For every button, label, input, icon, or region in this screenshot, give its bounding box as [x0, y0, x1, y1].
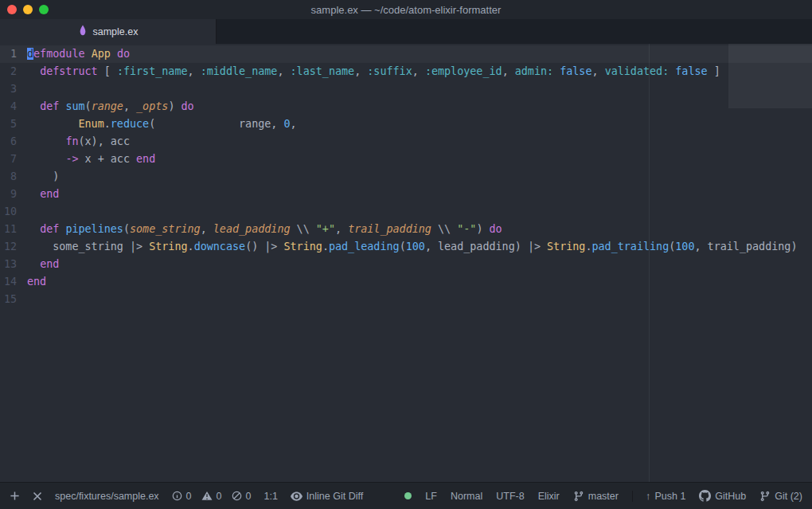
line-number[interactable]: 1: [0, 45, 17, 63]
code-text: Enum.reduce( range, 0,: [27, 116, 297, 133]
code-token: .: [585, 241, 591, 253]
code-token: :employee_id: [425, 65, 502, 77]
code-token: :suffix: [367, 65, 412, 77]
info-icon: [172, 491, 182, 501]
github-icon: [699, 490, 711, 502]
tab-bar-empty-area: [217, 19, 812, 44]
minimap-token: [741, 72, 743, 73]
minimap-token: [732, 96, 733, 97]
code-token: ,: [188, 65, 201, 77]
line-number[interactable]: 4: [0, 98, 17, 116]
atom-window: sample.ex — ~/code/atom-elixir-formatter…: [0, 0, 812, 509]
git-changes-icon: [759, 491, 771, 502]
git-panel-button[interactable]: Git (2): [759, 491, 802, 502]
code-line[interactable]: 6 fn(x), acc: [0, 133, 812, 151]
diagnostics-error[interactable]: 0: [232, 491, 252, 502]
code-token: 100: [675, 241, 694, 253]
code-text: some_string |> String.downcase() |> Stri…: [27, 238, 798, 256]
tab-sample-ex[interactable]: sample.ex: [0, 19, 217, 44]
line-number[interactable]: 8: [0, 168, 17, 186]
diagnostics: 0 0 0: [172, 491, 252, 502]
minimap-token: [730, 76, 733, 77]
minimap-token: [745, 60, 747, 61]
code-line[interactable]: 15: [0, 291, 812, 308]
code-line[interactable]: 13 end: [0, 256, 812, 273]
code-line[interactable]: 1defmodule App do: [0, 45, 812, 63]
line-ending-indicator[interactable]: LF: [425, 491, 437, 502]
minimap-token: [735, 68, 740, 69]
code-token: :last_name: [291, 65, 355, 77]
linter-status-dot[interactable]: [404, 492, 412, 499]
code-line[interactable]: 11 def pipelines(some_string, lead_paddi…: [0, 221, 812, 238]
minimap[interactable]: [728, 44, 812, 108]
grammar-indicator[interactable]: Elixir: [538, 491, 560, 502]
minimap-token: [786, 92, 794, 93]
line-number[interactable]: 9: [0, 186, 17, 203]
code-token: 0: [284, 118, 291, 130]
code-token: lead_padding: [213, 223, 291, 235]
minimap-token: [748, 52, 755, 53]
github-panel-button[interactable]: GitHub: [699, 490, 746, 502]
code-text: end: [27, 256, 59, 273]
code-line[interactable]: 14end: [0, 273, 812, 291]
code-token: [27, 65, 40, 77]
code-token: some_string: [130, 223, 201, 235]
code-line[interactable]: 12 some_string |> String.downcase() |> S…: [0, 238, 812, 256]
close-window-button[interactable]: [7, 5, 17, 14]
minimap-token: [732, 52, 737, 53]
code-token: def: [40, 223, 59, 235]
code-line[interactable]: 2 defstruct [ :first_name, :middle_name,…: [0, 63, 812, 80]
code-token: [27, 223, 40, 235]
eye-icon: [291, 491, 303, 501]
minimap-token: [798, 52, 799, 53]
line-number[interactable]: 12: [0, 238, 17, 256]
code-token: end: [40, 188, 59, 200]
line-number[interactable]: 2: [0, 63, 17, 80]
code-line[interactable]: 7 -> x + acc end: [0, 151, 812, 168]
code-token: (: [400, 241, 406, 253]
line-number[interactable]: 10: [0, 203, 17, 221]
code-token: x + acc: [79, 153, 137, 165]
fullscreen-window-button[interactable]: [39, 5, 49, 14]
close-icon[interactable]: [33, 491, 42, 501]
code-token: end: [27, 276, 46, 288]
git-branch-indicator[interactable]: master: [573, 491, 619, 502]
inline-git-diff-toggle[interactable]: Inline Git Diff: [291, 491, 363, 502]
code-token: ): [476, 223, 489, 235]
line-number[interactable]: 11: [0, 221, 17, 238]
line-number[interactable]: 15: [0, 291, 17, 308]
code-line[interactable]: 4 def sum(range, _opts) do: [0, 98, 812, 116]
code-token: [553, 65, 560, 77]
minimize-window-button[interactable]: [23, 5, 33, 14]
code-token: String: [149, 241, 187, 253]
cursor-position[interactable]: 1:1: [264, 491, 277, 502]
code-line[interactable]: 9 end: [0, 186, 812, 203]
elixir-file-icon: [78, 25, 88, 38]
code-line[interactable]: 8 ): [0, 168, 812, 186]
line-number[interactable]: 13: [0, 256, 17, 273]
tab-bar: sample.ex: [0, 19, 812, 44]
diagnostics-info[interactable]: 0: [172, 491, 192, 502]
code-token: "+": [316, 223, 335, 235]
line-number[interactable]: 3: [0, 80, 17, 98]
line-number[interactable]: 7: [0, 151, 17, 168]
code-token: ,: [502, 65, 515, 77]
editor-pane[interactable]: 1defmodule App do2 defstruct [ :first_na…: [0, 44, 812, 482]
git-push-button[interactable]: ↑ Push 1: [632, 491, 685, 502]
line-number[interactable]: 14: [0, 273, 17, 291]
code-token: ,: [592, 65, 605, 77]
line-number[interactable]: 6: [0, 133, 17, 151]
add-icon[interactable]: [10, 491, 20, 501]
code-line[interactable]: 3: [0, 80, 812, 98]
code-token: (: [85, 100, 92, 112]
encoding-indicator[interactable]: UTF-8: [496, 491, 524, 502]
titlebar[interactable]: sample.ex — ~/code/atom-elixir-formatter: [0, 0, 812, 19]
code-line[interactable]: 10: [0, 203, 812, 221]
code-text: ): [27, 168, 59, 186]
diagnostics-warning[interactable]: 0: [201, 491, 222, 502]
line-number[interactable]: 5: [0, 116, 17, 133]
file-path[interactable]: spec/fixtures/sample.ex: [55, 491, 159, 502]
code-token: [27, 241, 53, 253]
slash-icon: [232, 491, 242, 501]
code-line[interactable]: 5 Enum.reduce( range, 0,: [0, 116, 812, 133]
